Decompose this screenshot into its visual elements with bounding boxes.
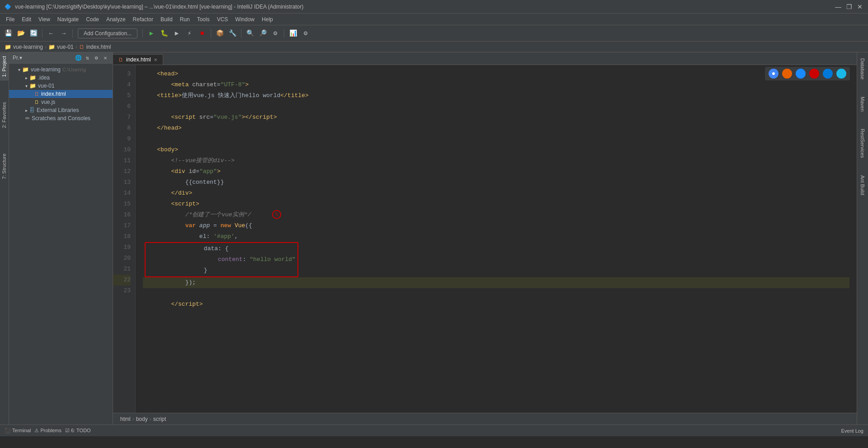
right-tab-antbuild[interactable]: Ant Build — [859, 172, 867, 199]
tab-project[interactable]: 1: Project — [0, 52, 9, 80]
line-num-6: 6 — [113, 101, 131, 112]
edge-icon[interactable] — [823, 69, 833, 79]
close-button[interactable]: ✕ — [856, 3, 863, 10]
todo-button[interactable]: ☑ 6: TODO — [65, 428, 91, 434]
add-configuration-button[interactable]: Add Configuration... — [78, 28, 137, 38]
menu-help[interactable]: Help — [258, 15, 277, 23]
main-layout: 1: Project 2: Favorites 7: Structure Pr.… — [0, 52, 868, 425]
build-btn[interactable]: 📦 — [214, 28, 226, 39]
firefox-icon[interactable] — [782, 69, 792, 79]
ie-icon[interactable] — [836, 69, 846, 79]
nav-html[interactable]: html — [120, 416, 131, 422]
maximize-button[interactable]: ❐ — [845, 3, 853, 10]
breadcrumb-vue01[interactable]: vue-01 — [57, 44, 74, 50]
opera-icon[interactable] — [809, 69, 819, 79]
project-tree: ▾ 📁 vue-learning C:\Users\g ▸ 📁 .idea ▾ … — [9, 64, 113, 425]
menu-edit[interactable]: Edit — [18, 15, 35, 23]
menu-file[interactable]: File — [2, 15, 18, 23]
sync-button[interactable]: 🔄 — [28, 28, 39, 39]
open-button[interactable]: 📂 — [15, 28, 27, 39]
vcs-btn[interactable]: 📊 — [287, 28, 299, 39]
menu-window[interactable]: Window — [231, 15, 258, 23]
tree-item-root[interactable]: ▾ 📁 vue-learning C:\Users\g — [9, 65, 113, 74]
stop-button[interactable]: ■ — [196, 28, 208, 39]
scratches-icon: ✏ — [25, 115, 30, 121]
panel-icon-settings[interactable]: ⚙ — [93, 54, 100, 61]
panel-title: Pr.▾ — [13, 55, 73, 61]
menu-vcs[interactable]: VCS — [213, 15, 232, 23]
line-num-16: 16 — [113, 210, 131, 220]
tab-favorites[interactable]: 2: Favorites — [0, 98, 9, 131]
forward-button[interactable]: → — [58, 28, 70, 39]
chevron-right-icon: ▸ — [25, 75, 28, 80]
menu-tools[interactable]: Tools — [193, 15, 213, 23]
settings-btn[interactable]: ⚙ — [300, 28, 311, 39]
tree-item-indexhtml[interactable]: 🗋 index.html — [9, 90, 113, 98]
line-num-14: 14 — [113, 188, 131, 199]
breadcrumb-file[interactable]: index.html — [86, 44, 111, 50]
line-num-8: 8 — [113, 123, 131, 134]
title-bar: 🔷 vue-learning [C:\Users\gblfy\Desktop\k… — [0, 0, 868, 14]
run-button[interactable]: ▶ — [146, 28, 157, 39]
line-7: <script src="vue.js"></script> — [143, 114, 277, 121]
safari-icon[interactable] — [796, 69, 806, 79]
right-sidebar: Database Maven RestServices Ant Build — [857, 52, 868, 425]
menu-view[interactable]: View — [35, 15, 54, 23]
right-tab-restservices[interactable]: RestServices — [859, 125, 867, 162]
menu-build[interactable]: Build — [157, 15, 176, 23]
search-btn[interactable]: 🔍 — [244, 28, 256, 39]
line-4: <meta charset="UTF-8"> — [143, 81, 249, 88]
panel-icon-globe[interactable]: 🌐 — [75, 54, 82, 61]
panel-icon-filter[interactable]: ⇅ — [84, 54, 91, 61]
save-button[interactable]: 💾 — [2, 28, 14, 39]
menu-run[interactable]: Run — [176, 15, 193, 23]
nav-script[interactable]: script — [153, 416, 166, 422]
breadcrumb-root[interactable]: vue-learning — [13, 44, 43, 50]
line-num-12: 12 — [113, 166, 131, 177]
right-tab-database[interactable]: Database — [859, 55, 867, 83]
editor-tabs: 🗋 index.html ✕ — [113, 52, 857, 65]
line-num-13: 13 — [113, 177, 131, 188]
event-log-button[interactable]: Event Log — [841, 428, 863, 434]
line-22: }); — [143, 277, 849, 288]
panel-icon-close[interactable]: ✕ — [102, 54, 109, 61]
find-btn[interactable]: ⚙ — [269, 28, 281, 39]
menu-refactor[interactable]: Refactor — [129, 15, 157, 23]
tree-label-scratches: Scratches and Consoles — [32, 115, 90, 121]
tree-item-external[interactable]: ▸ 🗄 External Libraries — [9, 106, 113, 114]
tree-item-idea[interactable]: ▸ 📁 .idea — [9, 74, 113, 82]
tab-structure[interactable]: 7: Structure — [0, 150, 9, 183]
nav-body[interactable]: body — [136, 416, 148, 422]
separator-2 — [72, 29, 73, 38]
problems-button[interactable]: ⚠ Problems — [34, 428, 61, 434]
tree-item-scratches[interactable]: ✏ Scratches and Consoles — [9, 114, 113, 122]
tab-close-icon[interactable]: ✕ — [154, 57, 157, 62]
menu-analyze[interactable]: Analyze — [103, 15, 129, 23]
coverage-button[interactable]: ▶ — [171, 28, 183, 39]
line-6 — [143, 103, 171, 110]
build2-btn[interactable]: 🔧 — [226, 28, 238, 39]
profile-button[interactable]: ⚡ — [184, 28, 195, 39]
tree-item-vuejs[interactable]: 🗋 vue.js — [9, 98, 113, 106]
menu-navigate[interactable]: Navigate — [54, 15, 82, 23]
svg-point-3 — [797, 70, 804, 77]
svg-point-6 — [838, 70, 844, 77]
line-num-17: 17 ◁ — [113, 220, 131, 231]
line-19-21: data: { content: "hello world" } — [143, 267, 298, 274]
editor-area: 🗋 index.html ✕ 3 4 5 6 7 8 9 10 11 12 13… — [113, 52, 857, 425]
line-5: <title>使用vue.js 快速入门hello world</title> — [143, 92, 309, 99]
minimize-button[interactable]: — — [835, 3, 842, 10]
right-tab-maven[interactable]: Maven — [859, 93, 867, 115]
code-content-area[interactable]: <head> <meta charset="UTF-8"> <title>使用v… — [136, 65, 857, 413]
back-button[interactable]: ← — [45, 28, 57, 39]
tree-item-vue01[interactable]: ▾ 📁 vue-01 — [9, 82, 113, 90]
line-num-7: 7 — [113, 112, 131, 123]
debug-button[interactable]: 🐛 — [158, 28, 170, 39]
terminal-button[interactable]: ⬛ Terminal — [5, 428, 31, 434]
chrome-icon[interactable] — [769, 69, 778, 79]
search2-btn[interactable]: 🔎 — [257, 28, 269, 39]
menu-code[interactable]: Code — [82, 15, 103, 23]
tab-indexhtml[interactable]: 🗋 index.html ✕ — [113, 54, 163, 65]
panel-header: Pr.▾ 🌐 ⇅ ⚙ ✕ — [9, 52, 113, 64]
line-num-22: 22 — [113, 275, 131, 285]
